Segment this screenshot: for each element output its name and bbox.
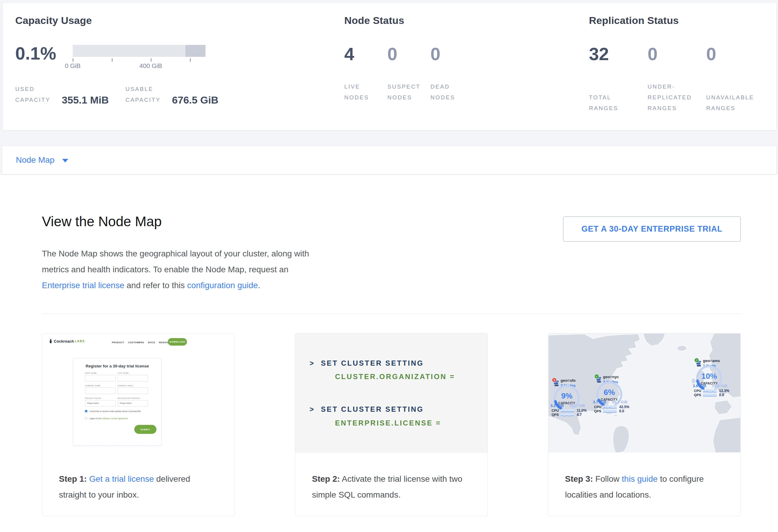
- step3-card: 1 geo=sfo 2 Nodes: [548, 333, 741, 516]
- total-ranges-count: 32: [589, 45, 647, 63]
- intro-text-3: .: [258, 281, 260, 290]
- email-updates-checkbox-row: I would like to receive email updates ab…: [85, 410, 141, 412]
- capacity-used: 3.2 GiB: [550, 403, 564, 408]
- chevron-down-icon: [62, 159, 68, 162]
- get-trial-license-link[interactable]: Get a trial license: [89, 474, 154, 483]
- node-status-title: Node Status: [344, 15, 589, 26]
- company-email-label: COMPANY EMAIL: [118, 385, 134, 387]
- used-capacity-value: 355.1 MiB: [62, 94, 109, 106]
- license-agreement-link: Software License Agreement.: [102, 417, 128, 420]
- cockroach-icon: [49, 339, 53, 344]
- capacity-bar: [73, 45, 206, 57]
- intro-paragraph: The Node Map shows the geographical layo…: [42, 246, 326, 293]
- capacity-bar-chart: 0 GiB 400 GiB: [73, 45, 206, 70]
- capacity-percent: 9%: [551, 391, 582, 401]
- cpu-label: CPU: [552, 409, 560, 412]
- qps-label: QPS: [594, 409, 603, 413]
- qps-label: QPS: [552, 413, 560, 416]
- step1-prefix: Step 1:: [59, 474, 87, 483]
- node-map-promo-section: View the Node Map The Node Map shows the…: [0, 175, 778, 532]
- capacity-total: 34.4 GiB: [712, 384, 727, 388]
- enterprise-license-code: ENTERPRISE.LICENSE =: [335, 419, 441, 427]
- company-name-field: [85, 387, 115, 394]
- capacity-percent: 10%: [694, 372, 725, 381]
- locality-ams: ✓ geo=ams 1 Node: [695, 359, 730, 397]
- trial-registration-form: Register for a 30-day trial license FIRS…: [73, 358, 161, 446]
- reason-label: REASON FOR INTEREST: [118, 397, 140, 399]
- under-replicated-count: 0: [647, 45, 706, 63]
- this-guide-link[interactable]: this guide: [622, 474, 658, 483]
- capacity-axis-ticks: [73, 57, 206, 62]
- step1-text: Step 1: Get a trial license delivered st…: [42, 453, 235, 503]
- error-count-badge: 1: [552, 378, 557, 382]
- locality-nyc: ✓ geo=nyc 2 Nodes: [595, 375, 631, 413]
- qps-sparkline: [703, 393, 717, 397]
- qps-sparkline: [603, 409, 617, 413]
- tick-label-400: 400 GiB: [139, 62, 162, 69]
- locality-name: geo=nyc: [603, 375, 619, 379]
- cluster-organization-code: CLUSTER.ORGANIZATION =: [335, 373, 455, 381]
- enterprise-trial-button[interactable]: GET A 30-DAY ENTERPRISE TRIAL: [563, 216, 741, 242]
- tick-label-zero: 0 GiB: [65, 62, 81, 69]
- capacity-bar-other-segment: [185, 45, 206, 57]
- mini-submit-button: SUBMIT: [134, 425, 156, 434]
- page-title: View the Node Map: [42, 213, 162, 229]
- node-map-dropdown-label[interactable]: Node Map: [16, 155, 55, 165]
- capacity-percent: 6%: [594, 388, 625, 397]
- intro-text-2: and refer to this: [124, 281, 187, 290]
- cpu-sparkline: [703, 389, 717, 393]
- sql-commands-panel: > SET CLUSTER SETTING CLUSTER.ORGANIZATI…: [295, 333, 487, 453]
- capacity-axis-labels: 0 GiB 400 GiB: [73, 62, 206, 70]
- suspect-nodes-count: 0: [387, 45, 431, 63]
- unavailable-ranges-label: UNAVAILABLE RANGES: [706, 92, 765, 114]
- usable-capacity-label: USABLE CAPACITY: [125, 84, 161, 105]
- company-email-field: [118, 387, 148, 394]
- cluster-summary-panel: Capacity Usage 0.1% 0 GiB 400 Gi: [2, 2, 777, 131]
- step1-card: Cockroach LABS PRODUCT CUSTOMERS DOCS RE…: [42, 333, 235, 516]
- email-updates-text: I would like to receive email updates ab…: [89, 410, 141, 412]
- set-cluster-setting-2: SET CLUSTER SETTING: [321, 405, 424, 413]
- step3-text: Step 3: Follow this guide to configure l…: [548, 453, 741, 503]
- first-name-field: [85, 375, 115, 381]
- brand-suffix: LABS: [75, 339, 85, 343]
- healthy-check-icon: ✓: [594, 374, 599, 379]
- unavailable-ranges-count: 0: [706, 45, 765, 63]
- step3-prefix: Step 3:: [565, 474, 593, 483]
- brand-text: Cockroach: [54, 339, 74, 344]
- license-agree-checkbox-row: I agree to the Software License Agreemen…: [85, 417, 128, 420]
- node-status-section: Node Status 4 0 0 LIVE NODES SUSPECT NOD…: [344, 15, 589, 130]
- checkbox-checked-icon: [85, 410, 87, 412]
- cpu-value: 11.0%: [577, 408, 587, 412]
- capacity-usage-section: Capacity Usage 0.1% 0 GiB 400 Gi: [15, 15, 344, 130]
- intro-text-1: The Node Map shows the geographical layo…: [42, 249, 309, 274]
- dead-nodes-label: DEAD NODES: [431, 81, 473, 103]
- qps-label: QPS: [694, 393, 703, 397]
- step2-text: Step 2: Activate the trial license with …: [295, 453, 487, 503]
- step2-card: > SET CLUSTER SETTING CLUSTER.ORGANIZATI…: [295, 333, 488, 516]
- replication-status-title: Replication Status: [589, 15, 776, 26]
- last-name-field: [118, 375, 148, 381]
- project-phase-select: Please Select: [85, 400, 115, 407]
- prompt-icon: >: [310, 359, 315, 367]
- step1-screenshot: Cockroach LABS PRODUCT CUSTOMERS DOCS RE…: [42, 333, 235, 453]
- step2-prefix: Step 2:: [312, 474, 340, 483]
- capacity-total: 65.7 GiB: [612, 400, 628, 404]
- capacity-usage-title: Capacity Usage: [15, 15, 344, 26]
- used-capacity-label: USED CAPACITY: [15, 84, 51, 105]
- reason-select: Please Select: [118, 400, 148, 407]
- capacity-total: 35.1 GiB: [569, 403, 585, 408]
- locality-name: geo=ams: [703, 359, 720, 363]
- company-name-label: COMPANY NAME: [85, 385, 100, 387]
- qps-value: 4.7: [577, 412, 582, 417]
- replication-status-section: Replication Status 32 0 0 TOTAL RANGES U…: [589, 15, 776, 130]
- node-map-dropdown[interactable]: Node Map: [2, 146, 777, 174]
- cpu-sparkline: [560, 409, 574, 412]
- enterprise-trial-license-link[interactable]: Enterprise trial license: [42, 281, 124, 290]
- qps-value: 0.0: [719, 393, 724, 397]
- steps-cards-row: Cockroach LABS PRODUCT CUSTOMERS DOCS RE…: [42, 333, 741, 517]
- cpu-label: CPU: [694, 389, 703, 393]
- configuration-guide-link[interactable]: configuration guide: [187, 281, 258, 290]
- total-ranges-label: TOTAL RANGES: [589, 92, 647, 114]
- prompt-icon: >: [310, 405, 315, 413]
- suspect-nodes-label: SUSPECT NODES: [387, 81, 431, 103]
